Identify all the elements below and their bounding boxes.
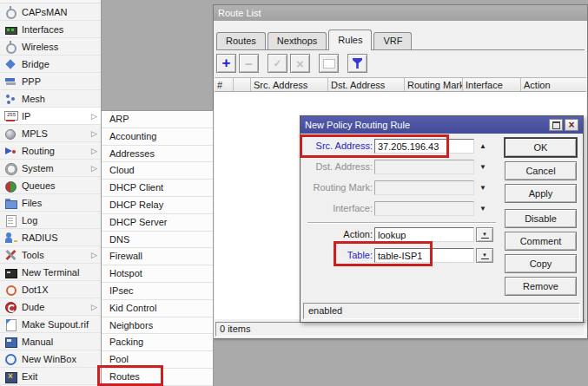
tab-rules[interactable]: Rules [328, 29, 372, 50]
submenu-item-ipsec[interactable]: IPsec [102, 283, 213, 300]
winbox-icon [4, 353, 17, 365]
expand-arrow-icon[interactable] [476, 180, 490, 195]
submenu-item-dns[interactable]: DNS [102, 232, 213, 249]
table-dropdown-icon[interactable] [476, 248, 493, 263]
sidebar-item-make-supout[interactable]: Make Supout.rif [0, 316, 101, 333]
maximize-icon[interactable] [549, 119, 563, 131]
collapse-arrow-icon[interactable] [476, 139, 490, 154]
sidebar-item-system[interactable]: System [0, 160, 101, 177]
column-header-dst-address[interactable]: Dst. Address [328, 78, 405, 91]
sidebar-item-wireless[interactable]: Wireless [0, 38, 101, 56]
route-list-titlebar[interactable]: Route List [214, 5, 587, 21]
action-dropdown-icon[interactable] [476, 227, 493, 242]
sidebar-item-label: RADIUS [22, 232, 58, 243]
cancel-button[interactable]: Cancel [505, 161, 577, 180]
ok-button[interactable]: OK [505, 138, 577, 157]
manual-icon [4, 336, 17, 348]
interface-label: Interface: [303, 201, 373, 216]
enable-icon [268, 54, 287, 73]
queues-icon [4, 180, 17, 192]
sidebar-item-files[interactable]: Files [0, 194, 101, 212]
sidebar-item-mpls[interactable]: MPLS [0, 125, 101, 142]
sidebar-item-label: Wireless [22, 42, 58, 52]
sidebar-item-label: CAPsMAN [22, 7, 68, 17]
submenu-item-cloud[interactable]: Cloud [102, 162, 213, 180]
remove-button[interactable]: Remove [505, 277, 577, 296]
comment-icon [319, 54, 339, 73]
submenu-item-neighbors[interactable]: Neighbors [102, 317, 213, 335]
sidebar-item-label: Exit [22, 371, 37, 382]
table-input[interactable] [374, 248, 474, 263]
sidebar-item-label: Log [22, 215, 37, 226]
sidebar-item-queues[interactable]: Queues [0, 177, 101, 194]
sidebar-item-ip[interactable]: IP [0, 108, 101, 125]
column-header-routing-mark[interactable]: Routing Mark [405, 78, 463, 91]
mpls-icon [4, 128, 17, 140]
tab-vrf[interactable]: VRF [373, 32, 412, 49]
sidebar-item-manual[interactable]: Manual [0, 333, 101, 350]
sidebar-item-mesh[interactable]: Mesh [0, 90, 101, 108]
log-icon [4, 214, 17, 226]
sidebar-item-bridge[interactable]: Bridge [0, 56, 101, 73]
submenu-item-arp[interactable]: ARP [102, 111, 213, 128]
sidebar-item-ppp[interactable]: PPP [0, 73, 101, 90]
apply-button[interactable]: Apply [505, 184, 577, 203]
column-header-number[interactable]: # [215, 78, 234, 91]
routing-mark-label: Routing Mark: [303, 180, 373, 195]
sidebar-item-new-terminal[interactable]: New Terminal [0, 264, 101, 281]
action-input[interactable] [374, 227, 474, 242]
sidebar-item-dot1x[interactable]: Dot1X [0, 281, 101, 298]
sidebar-item-label: Routing [22, 146, 55, 156]
sidebar-item-radius[interactable]: RADIUS [0, 229, 101, 246]
expand-arrow-icon[interactable] [476, 160, 490, 174]
sidebar-item-interfaces[interactable]: Interfaces [0, 21, 101, 38]
sidebar-item-dude[interactable]: Dude [0, 298, 101, 316]
sidebar-item-label: System [22, 163, 54, 173]
submenu-item-accounting[interactable]: Accounting [102, 128, 213, 146]
tab-nexthops[interactable]: Nexthops [268, 32, 327, 49]
submenu-arrow-icon [91, 251, 97, 259]
column-header-flags[interactable] [234, 78, 251, 91]
submenu-item-kid-control[interactable]: Kid Control [102, 300, 213, 317]
sidebar-item-label: MPLS [22, 128, 48, 139]
submenu-item-firewall[interactable]: Firewall [102, 248, 213, 265]
add-icon[interactable] [216, 54, 236, 73]
submenu-item-packing[interactable]: Packing [102, 334, 213, 351]
close-icon[interactable] [565, 119, 578, 131]
submenu-item-pool[interactable]: Pool [102, 351, 213, 369]
column-header-src-address[interactable]: Src. Address [251, 78, 328, 91]
submenu-item-dhcp-server[interactable]: DHCP Server [102, 214, 213, 232]
submenu-item-dhcp-client[interactable]: DHCP Client [102, 180, 213, 197]
disable-button[interactable]: Disable [505, 209, 577, 228]
sidebar-item-label: Mesh [22, 94, 45, 104]
interface-input[interactable] [374, 201, 474, 216]
dst-address-input[interactable] [374, 160, 474, 174]
submenu-item-hotspot[interactable]: Hotspot [102, 265, 213, 283]
new-policy-routing-rule-dialog: New Policy Routing Rule Src. Address: Ds… [300, 115, 584, 323]
dialog-titlebar[interactable]: New Policy Routing Rule [301, 116, 583, 134]
routing-mark-input[interactable] [374, 180, 474, 195]
submenu-item-routes[interactable]: Routes [102, 369, 213, 386]
ppp-icon [4, 75, 17, 88]
sidebar-item-label: IP [22, 111, 30, 121]
copy-button[interactable]: Copy [505, 254, 577, 273]
comment-button[interactable]: Comment [505, 232, 577, 251]
ip-submenu: ARP Accounting Addresses Cloud DHCP Clie… [102, 110, 214, 386]
submenu-item-addresses[interactable]: Addresses [102, 146, 213, 163]
src-address-input[interactable] [374, 139, 474, 154]
submenu-arrow-icon [91, 147, 97, 155]
column-header-action[interactable]: Action [521, 78, 586, 91]
column-header-interface[interactable]: Interface [463, 78, 521, 91]
sidebar-item-routing[interactable]: Routing [0, 142, 101, 160]
sidebar-item-capsman[interactable]: CAPsMAN [0, 3, 101, 21]
dialog-statusbar: enabled [303, 303, 580, 319]
expand-arrow-icon[interactable] [476, 201, 490, 216]
submenu-item-dhcp-relay[interactable]: DHCP Relay [102, 197, 213, 214]
tab-routes[interactable]: Routes [216, 32, 266, 49]
filter-icon[interactable] [347, 54, 367, 73]
sidebar-item-log[interactable]: Log [0, 212, 101, 229]
sidebar-item-tools[interactable]: Tools [0, 246, 101, 264]
ip-icon [4, 110, 17, 122]
sidebar-item-new-winbox[interactable]: New WinBox [0, 350, 101, 368]
sidebar-item-exit[interactable]: Exit [0, 368, 101, 385]
